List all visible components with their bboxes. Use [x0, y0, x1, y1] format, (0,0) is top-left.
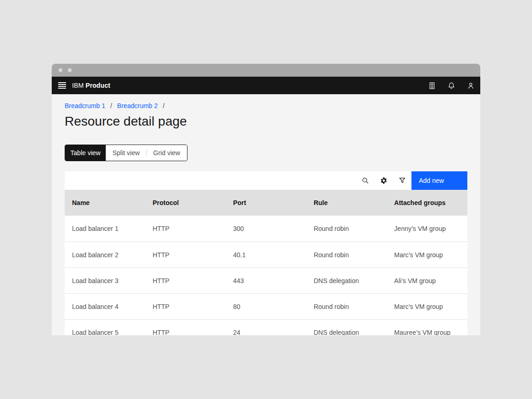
- column-header-name[interactable]: Name: [65, 199, 145, 206]
- window-control-dot-1[interactable]: [59, 68, 62, 72]
- cell-attached-groups: Mauree’s VM group: [387, 329, 467, 336]
- table-row[interactable]: Load balancer 2 HTTP 40.1 Round robin Ma…: [65, 242, 467, 267]
- cell-rule: DNS delegation: [306, 329, 387, 336]
- breadcrumb-separator: /: [163, 102, 164, 109]
- cell-attached-groups: Marc’s VM group: [387, 251, 467, 259]
- tab-table-view[interactable]: Table view: [65, 145, 106, 161]
- cell-name: Load balancer 1: [65, 225, 145, 232]
- cell-rule: Round robin: [306, 303, 387, 310]
- header-actions: [422, 77, 480, 94]
- column-header-port[interactable]: Port: [226, 199, 306, 206]
- add-new-button[interactable]: Add new: [411, 171, 467, 190]
- window-titlebar: [52, 64, 480, 77]
- breadcrumb-link-2[interactable]: Breadcrumb 2: [117, 102, 158, 109]
- cell-port: 40.1: [226, 251, 306, 259]
- column-header-attached-groups[interactable]: Attached groups: [387, 199, 467, 206]
- table-row[interactable]: Load balancer 4 HTTP 80 Round robin Marc…: [65, 293, 467, 319]
- table-header-row: Name Protocol Port Rule Attached groups: [65, 190, 467, 216]
- calculator-icon[interactable]: [422, 77, 441, 94]
- cell-rule: Round robin: [306, 225, 387, 232]
- column-header-protocol[interactable]: Protocol: [145, 199, 225, 206]
- cell-protocol: HTTP: [145, 277, 225, 284]
- user-avatar-icon[interactable]: [461, 77, 480, 94]
- tab-grid-view[interactable]: Grid view: [146, 145, 187, 161]
- cell-name: Load balancer 2: [65, 251, 145, 259]
- page-content: Breadcrumb 1 / Breadcrumb 2 / Resource d…: [52, 94, 480, 335]
- product-brand: IBMProduct: [72, 82, 110, 89]
- table-row[interactable]: Load balancer 1 HTTP 300 Round robin Jen…: [65, 216, 467, 242]
- cell-protocol: HTTP: [145, 251, 225, 259]
- cell-protocol: HTTP: [145, 329, 225, 336]
- browser-window: IBMProduct: [52, 64, 480, 335]
- notification-bell-icon[interactable]: [441, 77, 461, 94]
- tab-split-view[interactable]: Split view: [106, 145, 146, 161]
- brand-prefix: IBM: [72, 82, 84, 89]
- cell-attached-groups: Jenny’s VM group: [387, 225, 467, 232]
- app-header: IBMProduct: [52, 77, 480, 94]
- data-table: Add new Name Protocol Port Rule Attached…: [65, 171, 467, 335]
- table-toolbar: Add new: [65, 171, 467, 190]
- table-row[interactable]: Load balancer 5 HTTP 24 DNS delegation M…: [65, 319, 467, 335]
- cell-name: Load balancer 3: [65, 277, 145, 284]
- breadcrumb-separator: /: [110, 102, 112, 109]
- cell-port: 24: [226, 329, 306, 336]
- search-icon[interactable]: [356, 171, 375, 190]
- cell-rule: Round robin: [306, 251, 387, 259]
- menu-icon[interactable]: [52, 77, 72, 94]
- breadcrumb: Breadcrumb 1 / Breadcrumb 2 /: [65, 94, 467, 110]
- cell-attached-groups: Marc’s VM group: [387, 303, 467, 310]
- brand-name: Product: [85, 82, 110, 89]
- view-switcher: Table view Split view Grid view: [65, 145, 187, 161]
- cell-port: 443: [226, 277, 306, 284]
- cell-port: 300: [226, 225, 306, 232]
- cell-rule: DNS delegation: [306, 277, 387, 284]
- cell-name: Load balancer 5: [65, 329, 145, 336]
- cell-attached-groups: Ali’s VM group: [387, 277, 467, 284]
- cell-protocol: HTTP: [145, 303, 225, 310]
- page-title: Resource detail page: [65, 113, 467, 130]
- table-row[interactable]: Load balancer 3 HTTP 443 DNS delegation …: [65, 267, 467, 293]
- settings-gear-icon[interactable]: [375, 171, 393, 190]
- filter-funnel-icon[interactable]: [393, 171, 411, 190]
- cell-name: Load balancer 4: [65, 303, 145, 310]
- breadcrumb-link-1[interactable]: Breadcrumb 1: [65, 102, 105, 109]
- cell-port: 80: [226, 303, 306, 310]
- column-header-rule[interactable]: Rule: [306, 199, 387, 206]
- cell-protocol: HTTP: [145, 225, 225, 232]
- window-control-dot-2[interactable]: [68, 68, 72, 72]
